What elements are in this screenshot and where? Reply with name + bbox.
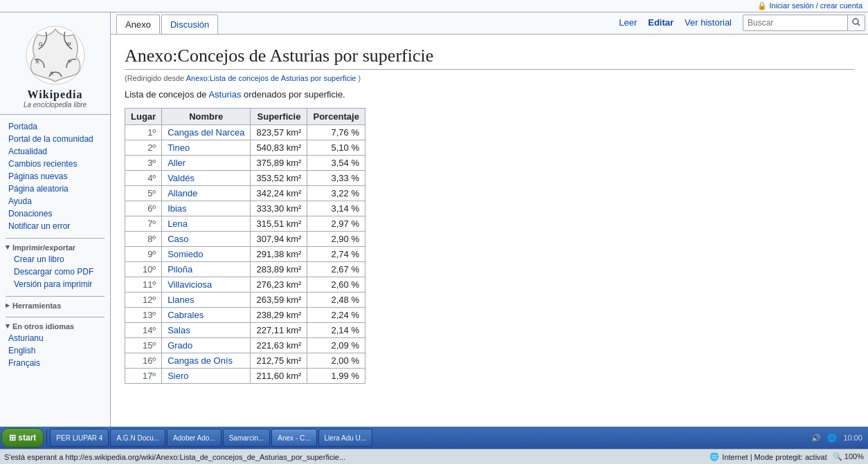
sidebar-item-pagina-aleatoria[interactable]: Página aleatoria bbox=[0, 183, 110, 195]
sidebar-item-donaciones[interactable]: Donaciones bbox=[0, 207, 110, 220]
cell-superficie: 540,83 km² bbox=[251, 140, 307, 156]
concejo-link[interactable]: Cangas de Onís bbox=[168, 355, 233, 366]
search-button[interactable] bbox=[847, 15, 865, 31]
concejo-link[interactable]: Piloña bbox=[168, 264, 192, 275]
concejo-link[interactable]: Llanes bbox=[168, 295, 194, 305]
tab-historial[interactable]: Ver historial bbox=[679, 12, 737, 34]
cell-superficie: 342,24 km² bbox=[251, 186, 307, 201]
cell-lugar: 13º bbox=[125, 308, 162, 323]
tab-leer[interactable]: Leer bbox=[613, 12, 642, 34]
svg-text:中: 中 bbox=[68, 59, 72, 64]
sidebar-item-version-imprimir[interactable]: Versión para imprimir bbox=[0, 278, 110, 290]
otros-idiomas-toggle[interactable]: ▾ En otros idiomas bbox=[0, 320, 110, 332]
cell-nombre: Salas bbox=[162, 323, 251, 338]
cell-superficie: 283,89 km² bbox=[251, 262, 307, 277]
cell-nombre: Caso bbox=[162, 232, 251, 247]
page-title: Anexo:Concejos de Asturias por superfici… bbox=[125, 46, 854, 70]
svg-text:文: 文 bbox=[50, 71, 54, 75]
topbar: 🔒 Iniciar sesión / crear cuenta bbox=[0, 0, 868, 12]
concejo-link[interactable]: Aller bbox=[168, 158, 186, 168]
wiki-subtitle: La enciclopedia libre bbox=[6, 101, 105, 109]
col-porcentaje: Porcentaje bbox=[307, 109, 365, 125]
sidebar-item-portada[interactable]: Portada bbox=[0, 120, 110, 133]
sidebar: Ω W 英 中 文 Wikipedia La enciclopedia libr… bbox=[0, 12, 111, 427]
divider3 bbox=[6, 317, 105, 317]
asturias-link[interactable]: Asturias bbox=[208, 89, 241, 100]
table-row: 5ºAllande342,24 km²3,22 % bbox=[125, 186, 365, 201]
cell-nombre: Siero bbox=[162, 369, 251, 384]
concejo-link[interactable]: Somiedo bbox=[168, 249, 203, 259]
herramientas-section: ▸ Herramientas bbox=[0, 299, 110, 311]
sidebar-item-notificar[interactable]: Notificar un error bbox=[0, 220, 110, 232]
concejo-link[interactable]: Valdés bbox=[168, 173, 195, 183]
concejo-link[interactable]: Caso bbox=[168, 234, 188, 244]
tab-anexo[interactable]: Anexo bbox=[116, 15, 160, 34]
cell-lugar: 6º bbox=[125, 201, 162, 216]
sidebar-item-cambios[interactable]: Cambios recientes bbox=[0, 158, 110, 170]
imprimir-toggle[interactable]: ▾ Imprimir/exportar bbox=[0, 241, 110, 253]
divider2 bbox=[6, 296, 105, 297]
sidebar-item-crear-libro[interactable]: Crear un libro bbox=[0, 253, 110, 266]
sidebar-item-francais[interactable]: Français bbox=[0, 357, 110, 369]
concejo-link[interactable]: Grado bbox=[168, 340, 192, 351]
sidebar-item-ayuda[interactable]: Ayuda bbox=[0, 195, 110, 207]
redirect-notice: (Redirigido desde Anexo:Lista de concejo… bbox=[125, 74, 854, 82]
table-row: 10ºPiloña283,89 km²2,67 % bbox=[125, 262, 365, 277]
cell-superficie: 353,52 km² bbox=[251, 171, 307, 186]
cell-porcentaje: 1,99 % bbox=[307, 369, 365, 384]
cell-porcentaje: 5,10 % bbox=[307, 140, 365, 156]
wikipedia-logo: Ω W 英 中 文 bbox=[25, 25, 86, 86]
concejo-link[interactable]: Allande bbox=[168, 188, 197, 198]
sidebar-item-paginas-nuevas[interactable]: Páginas nuevas bbox=[0, 170, 110, 183]
cell-superficie: 375,89 km² bbox=[251, 156, 307, 171]
cell-porcentaje: 2,14 % bbox=[307, 323, 365, 338]
tab-discusion[interactable]: Discusión bbox=[161, 15, 218, 34]
wiki-title: Wikipedia bbox=[6, 89, 105, 101]
redirect-link[interactable]: Anexo:Lista de concejos de Asturias por … bbox=[186, 74, 356, 82]
concejo-link[interactable]: Lena bbox=[168, 219, 188, 229]
cell-lugar: 10º bbox=[125, 262, 162, 277]
concejo-link[interactable]: Villaviciosa bbox=[168, 279, 212, 290]
sidebar-item-actualidad[interactable]: Actualidad bbox=[0, 145, 110, 158]
table-row: 7ºLena315,51 km²2,97 % bbox=[125, 216, 365, 232]
search-input[interactable] bbox=[743, 17, 847, 29]
cell-porcentaje: 3,22 % bbox=[307, 186, 365, 201]
sidebar-item-portal[interactable]: Portal de la comunidad bbox=[0, 133, 110, 145]
cell-porcentaje: 2,97 % bbox=[307, 216, 365, 232]
herramientas-label: Herramientas bbox=[12, 301, 61, 310]
imprimir-label: Imprimir/exportar bbox=[12, 243, 75, 252]
cell-porcentaje: 3,33 % bbox=[307, 171, 365, 186]
cell-lugar: 7º bbox=[125, 216, 162, 232]
cell-nombre: Grado bbox=[162, 338, 251, 353]
col-lugar: Lugar bbox=[125, 109, 162, 125]
cell-superficie: 823,57 km² bbox=[251, 125, 307, 140]
concejo-link[interactable]: Ibias bbox=[168, 203, 186, 214]
concejo-link[interactable]: Siero bbox=[168, 371, 188, 381]
cell-lugar: 12º bbox=[125, 293, 162, 308]
table-row: 11ºVillaviciosa276,23 km²2,60 % bbox=[125, 277, 365, 293]
sidebar-item-english[interactable]: English bbox=[0, 344, 110, 357]
cell-nombre: Cabrales bbox=[162, 308, 251, 323]
concejos-table: Lugar Nombre Superficie Porcentaje 1ºCan… bbox=[125, 108, 365, 384]
cell-lugar: 1º bbox=[125, 125, 162, 140]
cell-superficie: 307,94 km² bbox=[251, 232, 307, 247]
concejo-link[interactable]: Salas bbox=[168, 325, 190, 335]
concejo-link[interactable]: Cangas del Narcea bbox=[168, 127, 244, 138]
cell-porcentaje: 2,74 % bbox=[307, 247, 365, 262]
intro-text: Lista de concejos de Asturias ordenados … bbox=[125, 89, 854, 100]
cell-superficie: 263,59 km² bbox=[251, 293, 307, 308]
cell-lugar: 8º bbox=[125, 232, 162, 247]
cell-superficie: 291,38 km² bbox=[251, 247, 307, 262]
cell-nombre: Cangas del Narcea bbox=[162, 125, 251, 140]
herramientas-toggle[interactable]: ▸ Herramientas bbox=[0, 299, 110, 311]
login-link[interactable]: Iniciar sesión / crear cuenta bbox=[769, 1, 862, 10]
concejo-link[interactable]: Cabrales bbox=[168, 310, 204, 320]
tab-editar[interactable]: Editar bbox=[642, 12, 679, 34]
concejo-link[interactable]: Tineo bbox=[168, 142, 190, 153]
sidebar-item-descargar-pdf[interactable]: Descargar como PDF bbox=[0, 266, 110, 278]
imprimir-section: ▾ Imprimir/exportar Crear un libro Desca… bbox=[0, 241, 110, 290]
sidebar-item-asturianu[interactable]: Asturianu bbox=[0, 332, 110, 344]
cell-nombre: Lena bbox=[162, 216, 251, 232]
table-row: 2ºTineo540,83 km²5,10 % bbox=[125, 140, 365, 156]
divider1 bbox=[6, 238, 105, 239]
